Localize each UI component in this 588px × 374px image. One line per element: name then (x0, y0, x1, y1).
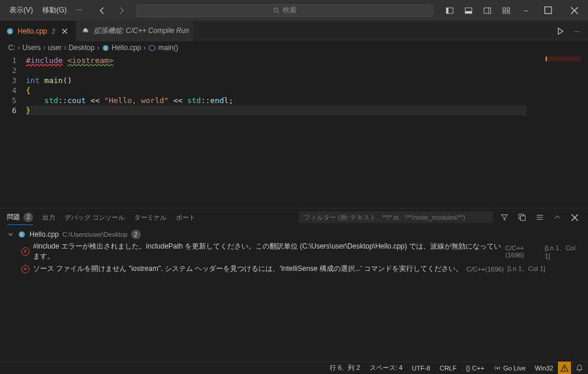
filter-icon[interactable] (498, 212, 511, 223)
svg-rect-8 (503, 8, 506, 10)
crumb[interactable]: user (48, 44, 61, 52)
svg-point-0 (274, 8, 278, 12)
file-problems-count: 2 (131, 230, 141, 239)
close-icon[interactable] (561, 3, 588, 18)
svg-rect-21 (520, 216, 525, 220)
broadcast-icon (494, 365, 501, 372)
tab-extension[interactable]: 拡張機能: C/C++ Compile Run (76, 21, 194, 41)
panel-tab-terminal[interactable]: ターミナル (134, 211, 167, 224)
problems-count-badge: 2 (24, 213, 33, 222)
problems-file-name: Hello.cpp (29, 230, 59, 239)
status-eol[interactable]: CRLF (435, 362, 461, 374)
error-icon: ✕ (21, 247, 29, 256)
svg-rect-6 (484, 8, 491, 14)
status-encoding[interactable]: UTF-8 (407, 362, 435, 374)
menu-view[interactable]: 表示(V) (5, 2, 38, 19)
maximize-icon[interactable] (536, 3, 561, 18)
tab-hello-cpp[interactable]: C Hello.cpp 2 (0, 21, 76, 41)
svg-rect-10 (503, 11, 506, 14)
problems-file-row[interactable]: C Hello.cpp C:\Users\user\Desktop 2 (5, 229, 583, 240)
menu-more[interactable]: ··· (71, 2, 87, 19)
status-spaces[interactable]: スペース: 4 (365, 362, 407, 374)
menu-go[interactable]: 移動(G) (38, 2, 71, 19)
crumb-symbol[interactable]: main() (148, 44, 178, 52)
run-icon[interactable] (553, 25, 568, 38)
tab-bar: C Hello.cpp 2 拡張機能: C/C++ Compile Run ··… (0, 21, 588, 41)
status-go-live[interactable]: Go Live (489, 362, 530, 374)
nav-forward-icon[interactable] (114, 4, 129, 17)
tab-close-icon[interactable] (59, 27, 71, 36)
tab-problems-badge: 2 (52, 28, 55, 35)
code-area[interactable]: #include <iostream> int main() { std::co… (26, 54, 588, 208)
more-actions-icon[interactable]: ··· (570, 25, 583, 38)
panel-tab-output[interactable]: 出力 (42, 211, 55, 224)
svg-text:C: C (104, 45, 107, 50)
svg-rect-17 (84, 28, 87, 31)
problem-item[interactable]: ✕ #include エラーが検出されました。includePath を更新して… (5, 240, 583, 263)
title-bar: 表示(V) 移動(G) ··· 検索 – (0, 0, 588, 21)
svg-rect-11 (507, 11, 510, 14)
customize-layout-icon[interactable] (497, 3, 516, 18)
svg-point-27 (496, 367, 498, 369)
problem-message: #include エラーが検出されました。includePath を更新してくだ… (33, 241, 501, 262)
search-icon (273, 7, 280, 14)
minimap-marker (546, 57, 581, 61)
search-placeholder: 検索 (283, 5, 297, 15)
panel-close-icon[interactable] (569, 213, 581, 223)
cpp-file-icon: C (6, 27, 14, 35)
problem-location: [Ln 1、Col 1] (544, 244, 581, 260)
panel-maximize-icon[interactable] (551, 212, 564, 223)
breadcrumb: C:› Users› user› Desktop› C Hello.cpp › … (0, 41, 588, 54)
svg-rect-3 (447, 8, 449, 14)
collapse-all-icon[interactable] (516, 212, 529, 223)
cpp-file-icon: C (18, 230, 26, 239)
svg-text:C: C (9, 29, 11, 34)
problem-message: ソース ファイルを開けません "iostream". システム ヘッダーを見つけ… (33, 264, 463, 274)
command-center[interactable]: 検索 (136, 4, 433, 17)
tab-label: 拡張機能: C/C++ Compile Run (94, 26, 189, 36)
status-bell-icon[interactable] (571, 362, 588, 374)
layout-sidebar-right-icon[interactable] (478, 3, 497, 18)
cpp-file-icon: C (102, 44, 109, 52)
nav-back-icon[interactable] (95, 4, 110, 17)
crumb[interactable]: C: (8, 44, 15, 52)
problem-item[interactable]: ✕ ソース ファイルを開けません "iostream". システム ヘッダーを見… (5, 263, 583, 275)
line-numbers: 123456 (0, 54, 26, 208)
panel-tab-problems[interactable]: 問題 2 (7, 210, 33, 225)
chevron-down-icon (7, 231, 14, 238)
svg-text:C: C (21, 233, 23, 237)
bottom-panel: 問題 2 出力 デバッグ コンソール ターミナル ポート C Hello.cpp… (0, 208, 588, 361)
problem-source: C/C++(1696) (467, 266, 504, 273)
layout-panel-icon[interactable] (459, 3, 478, 18)
svg-rect-12 (545, 6, 552, 13)
panel-tab-ports[interactable]: ポート (176, 211, 195, 224)
editor[interactable]: 123456 #include <iostream> int main() { … (0, 54, 588, 208)
status-platform[interactable]: Win32 (530, 362, 558, 374)
crumb-file[interactable]: C Hello.cpp (102, 44, 141, 52)
layout-sidebar-left-icon[interactable] (440, 3, 459, 18)
minimize-icon[interactable]: – (516, 3, 536, 18)
panel-tab-console[interactable]: デバッグ コンソール (65, 211, 125, 224)
status-bar: 行 6、列 2 スペース: 4 UTF-8 CRLF {} C++ Go Liv… (0, 361, 588, 374)
extension-icon (82, 27, 90, 35)
svg-point-29 (564, 369, 564, 370)
method-icon (148, 44, 156, 52)
problem-location: [Ln 1、Col 1] (507, 264, 545, 273)
svg-rect-5 (466, 11, 472, 13)
minimap[interactable] (527, 54, 588, 208)
svg-line-1 (277, 11, 279, 13)
problems-filter-input[interactable] (299, 211, 493, 223)
svg-rect-9 (507, 8, 510, 10)
error-icon: ✕ (21, 265, 29, 273)
crumb[interactable]: Desktop (69, 44, 95, 52)
status-language[interactable]: {} C++ (461, 362, 489, 374)
status-warning-icon[interactable] (558, 362, 571, 375)
problem-source: C/C++(1696) (505, 244, 541, 259)
problems-file-path: C:\Users\user\Desktop (62, 231, 128, 238)
view-as-list-icon[interactable] (533, 212, 546, 223)
crumb[interactable]: Users (22, 44, 41, 52)
tab-label: Hello.cpp (18, 27, 47, 35)
status-line-col[interactable]: 行 6、列 2 (325, 362, 364, 374)
